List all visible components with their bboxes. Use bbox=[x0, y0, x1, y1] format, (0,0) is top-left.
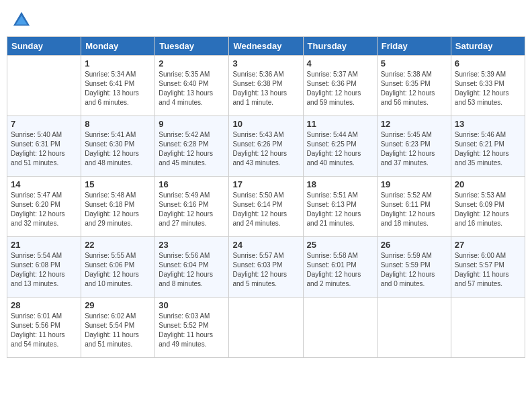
day-info: Sunrise: 6:02 AMSunset: 5:54 PMDaylight:… bbox=[85, 312, 151, 349]
logo bbox=[12, 9, 34, 28]
calendar-cell: 8 Sunrise: 5:41 AMSunset: 6:30 PMDayligh… bbox=[81, 116, 155, 177]
day-info: Sunrise: 5:52 AMSunset: 6:11 PMDaylight:… bbox=[381, 191, 447, 228]
day-info: Sunrise: 5:45 AMSunset: 6:23 PMDaylight:… bbox=[381, 130, 447, 168]
calendar-cell: 6 Sunrise: 5:39 AMSunset: 6:33 PMDayligh… bbox=[451, 56, 525, 116]
calendar-cell bbox=[7, 56, 81, 116]
day-number: 13 bbox=[455, 119, 521, 129]
day-number: 1 bbox=[85, 58, 151, 68]
day-number: 19 bbox=[381, 179, 447, 189]
day-info: Sunrise: 5:41 AMSunset: 6:30 PMDaylight:… bbox=[85, 130, 151, 168]
day-info: Sunrise: 5:59 AMSunset: 5:59 PMDaylight:… bbox=[381, 251, 447, 289]
calendar-cell: 27 Sunrise: 6:00 AMSunset: 5:57 PMDaylig… bbox=[451, 237, 525, 298]
logo-icon bbox=[12, 9, 31, 28]
day-info: Sunrise: 5:43 AMSunset: 6:26 PMDaylight:… bbox=[232, 130, 299, 168]
calendar-cell: 9 Sunrise: 5:42 AMSunset: 6:28 PMDayligh… bbox=[155, 116, 229, 177]
day-info: Sunrise: 6:00 AMSunset: 5:57 PMDaylight:… bbox=[455, 251, 521, 289]
day-info: Sunrise: 5:54 AMSunset: 6:08 PMDaylight:… bbox=[11, 251, 77, 289]
calendar-cell: 26 Sunrise: 5:59 AMSunset: 5:59 PMDaylig… bbox=[377, 237, 451, 298]
day-info: Sunrise: 5:57 AMSunset: 6:03 PMDaylight:… bbox=[232, 251, 299, 289]
page-header bbox=[7, 7, 525, 31]
calendar-cell: 17 Sunrise: 5:50 AMSunset: 6:14 PMDaylig… bbox=[229, 177, 303, 237]
day-number: 18 bbox=[307, 179, 373, 189]
day-info: Sunrise: 5:38 AMSunset: 6:35 PMDaylight:… bbox=[381, 70, 447, 107]
day-number: 28 bbox=[11, 300, 77, 310]
calendar-cell bbox=[229, 298, 303, 358]
day-info: Sunrise: 6:03 AMSunset: 5:52 PMDaylight:… bbox=[159, 312, 225, 349]
calendar-cell bbox=[451, 298, 525, 358]
day-info: Sunrise: 5:37 AMSunset: 6:36 PMDaylight:… bbox=[307, 70, 373, 107]
weekday-header-monday: Monday bbox=[81, 37, 155, 56]
weekday-header-saturday: Saturday bbox=[451, 37, 525, 56]
weekday-header-thursday: Thursday bbox=[303, 37, 377, 56]
day-info: Sunrise: 5:34 AMSunset: 6:41 PMDaylight:… bbox=[85, 70, 151, 107]
calendar-week-4: 21 Sunrise: 5:54 AMSunset: 6:08 PMDaylig… bbox=[7, 237, 525, 298]
day-number: 22 bbox=[85, 240, 151, 250]
day-info: Sunrise: 5:53 AMSunset: 6:09 PMDaylight:… bbox=[455, 191, 521, 228]
calendar-cell: 13 Sunrise: 5:46 AMSunset: 6:21 PMDaylig… bbox=[451, 116, 525, 177]
day-number: 5 bbox=[381, 58, 447, 68]
calendar-cell: 19 Sunrise: 5:52 AMSunset: 6:11 PMDaylig… bbox=[377, 177, 451, 237]
calendar-week-5: 28 Sunrise: 6:01 AMSunset: 5:56 PMDaylig… bbox=[7, 298, 525, 358]
day-number: 21 bbox=[11, 240, 77, 250]
day-number: 25 bbox=[307, 240, 373, 250]
day-info: Sunrise: 5:46 AMSunset: 6:21 PMDaylight:… bbox=[455, 130, 521, 168]
weekday-header-friday: Friday bbox=[377, 37, 451, 56]
calendar-cell: 23 Sunrise: 5:56 AMSunset: 6:04 PMDaylig… bbox=[155, 237, 229, 298]
day-number: 16 bbox=[159, 179, 225, 189]
calendar-week-2: 7 Sunrise: 5:40 AMSunset: 6:31 PMDayligh… bbox=[7, 116, 525, 177]
day-number: 4 bbox=[307, 58, 373, 68]
calendar-cell: 15 Sunrise: 5:48 AMSunset: 6:18 PMDaylig… bbox=[81, 177, 155, 237]
calendar-cell: 24 Sunrise: 5:57 AMSunset: 6:03 PMDaylig… bbox=[229, 237, 303, 298]
calendar-cell: 18 Sunrise: 5:51 AMSunset: 6:13 PMDaylig… bbox=[303, 177, 377, 237]
day-info: Sunrise: 5:58 AMSunset: 6:01 PMDaylight:… bbox=[307, 251, 373, 289]
day-number: 24 bbox=[232, 240, 299, 250]
calendar-table: SundayMondayTuesdayWednesdayThursdayFrid… bbox=[7, 36, 525, 358]
day-number: 17 bbox=[232, 179, 299, 189]
day-number: 20 bbox=[455, 179, 521, 189]
day-number: 15 bbox=[85, 179, 151, 189]
day-info: Sunrise: 5:56 AMSunset: 6:04 PMDaylight:… bbox=[159, 251, 225, 289]
weekday-header-row: SundayMondayTuesdayWednesdayThursdayFrid… bbox=[7, 37, 525, 56]
calendar-cell: 7 Sunrise: 5:40 AMSunset: 6:31 PMDayligh… bbox=[7, 116, 81, 177]
calendar-cell: 11 Sunrise: 5:44 AMSunset: 6:25 PMDaylig… bbox=[303, 116, 377, 177]
day-info: Sunrise: 5:35 AMSunset: 6:40 PMDaylight:… bbox=[159, 70, 225, 107]
calendar-cell bbox=[303, 298, 377, 358]
calendar-cell: 21 Sunrise: 5:54 AMSunset: 6:08 PMDaylig… bbox=[7, 237, 81, 298]
calendar-cell: 28 Sunrise: 6:01 AMSunset: 5:56 PMDaylig… bbox=[7, 298, 81, 358]
day-number: 14 bbox=[11, 179, 77, 189]
calendar-week-1: 1 Sunrise: 5:34 AMSunset: 6:41 PMDayligh… bbox=[7, 56, 525, 116]
day-number: 26 bbox=[381, 240, 447, 250]
day-number: 2 bbox=[159, 58, 225, 68]
day-info: Sunrise: 5:36 AMSunset: 6:38 PMDaylight:… bbox=[232, 70, 299, 107]
calendar-cell: 25 Sunrise: 5:58 AMSunset: 6:01 PMDaylig… bbox=[303, 237, 377, 298]
day-number: 9 bbox=[159, 119, 225, 129]
day-info: Sunrise: 5:44 AMSunset: 6:25 PMDaylight:… bbox=[307, 130, 373, 168]
calendar-cell: 22 Sunrise: 5:55 AMSunset: 6:06 PMDaylig… bbox=[81, 237, 155, 298]
day-number: 23 bbox=[159, 240, 225, 250]
day-number: 12 bbox=[381, 119, 447, 129]
weekday-header-sunday: Sunday bbox=[7, 37, 81, 56]
day-number: 10 bbox=[232, 119, 299, 129]
calendar-cell: 12 Sunrise: 5:45 AMSunset: 6:23 PMDaylig… bbox=[377, 116, 451, 177]
day-info: Sunrise: 5:48 AMSunset: 6:18 PMDaylight:… bbox=[85, 191, 151, 228]
day-number: 30 bbox=[159, 300, 225, 310]
calendar-cell: 14 Sunrise: 5:47 AMSunset: 6:20 PMDaylig… bbox=[7, 177, 81, 237]
day-info: Sunrise: 5:55 AMSunset: 6:06 PMDaylight:… bbox=[85, 251, 151, 289]
calendar-cell: 2 Sunrise: 5:35 AMSunset: 6:40 PMDayligh… bbox=[155, 56, 229, 116]
calendar-cell: 5 Sunrise: 5:38 AMSunset: 6:35 PMDayligh… bbox=[377, 56, 451, 116]
calendar-cell: 4 Sunrise: 5:37 AMSunset: 6:36 PMDayligh… bbox=[303, 56, 377, 116]
calendar-cell: 3 Sunrise: 5:36 AMSunset: 6:38 PMDayligh… bbox=[229, 56, 303, 116]
day-info: Sunrise: 5:42 AMSunset: 6:28 PMDaylight:… bbox=[159, 130, 225, 168]
day-number: 6 bbox=[455, 58, 521, 68]
day-info: Sunrise: 5:47 AMSunset: 6:20 PMDaylight:… bbox=[11, 191, 77, 228]
calendar-cell: 29 Sunrise: 6:02 AMSunset: 5:54 PMDaylig… bbox=[81, 298, 155, 358]
day-number: 27 bbox=[455, 240, 521, 250]
day-number: 11 bbox=[307, 119, 373, 129]
weekday-header-wednesday: Wednesday bbox=[229, 37, 303, 56]
day-info: Sunrise: 5:40 AMSunset: 6:31 PMDaylight:… bbox=[11, 130, 77, 168]
day-info: Sunrise: 5:50 AMSunset: 6:14 PMDaylight:… bbox=[232, 191, 299, 228]
calendar-cell: 30 Sunrise: 6:03 AMSunset: 5:52 PMDaylig… bbox=[155, 298, 229, 358]
day-info: Sunrise: 5:51 AMSunset: 6:13 PMDaylight:… bbox=[307, 191, 373, 228]
day-number: 3 bbox=[232, 58, 299, 68]
day-number: 8 bbox=[85, 119, 151, 129]
